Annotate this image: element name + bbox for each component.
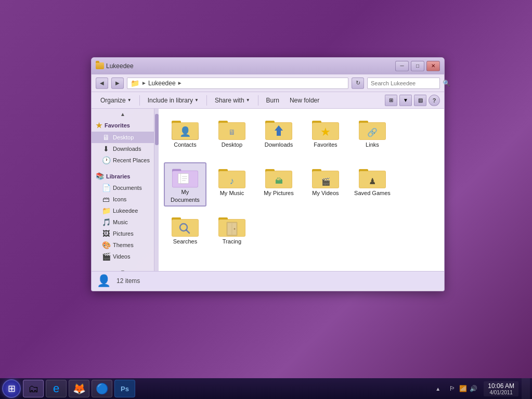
maximize-button[interactable]: □ (411, 61, 424, 71)
tracing-label: Tracing (223, 238, 241, 245)
file-grid: 👤 Contacts 🖥 Desktop (164, 114, 439, 255)
search-icon: 🔍 (443, 80, 450, 87)
sidebar-scrollbar-thumb (155, 114, 159, 145)
search-input[interactable] (371, 80, 443, 86)
minimize-button[interactable]: ─ (395, 61, 409, 71)
include-library-dropdown-arrow: ▼ (194, 98, 199, 102)
svg-rect-47 (172, 220, 198, 236)
file-item-contacts[interactable]: 👤 Contacts (164, 114, 206, 158)
sidebar-item-music[interactable]: 🎵 Music (92, 216, 154, 228)
recent-places-icon: 🕐 (102, 156, 110, 164)
system-tray: 🏳 📶 🔊 (445, 384, 481, 393)
svg-text:♪: ♪ (229, 176, 234, 186)
taskbar-app-firefox[interactable]: 🦊 (69, 380, 89, 397)
saved-games-folder-icon: ♟ (359, 166, 386, 189)
new-folder-button[interactable]: New folder (285, 94, 324, 107)
preview-pane-button[interactable]: ▧ (414, 95, 426, 106)
sidebar-favorites-section: ★ Favorites 🖥 Desktop ⬇ Downloads 🕐 Rece… (92, 119, 154, 166)
file-item-my-documents[interactable]: My Documents (164, 162, 206, 207)
toolbar-separator-3 (258, 95, 258, 106)
burn-button[interactable]: Burn (262, 94, 284, 107)
tray-network-icon[interactable]: 📶 (459, 384, 467, 393)
path-location: Lukeedee (148, 80, 176, 87)
path-end-arrow: ► (177, 80, 183, 86)
status-bar: 👤 12 items (92, 271, 444, 290)
desktop-icon: 🖥 (102, 133, 110, 141)
chrome-icon: 🔵 (96, 382, 109, 395)
tracing-folder-icon (218, 215, 245, 238)
address-bar: ◀ ▶ 📁 ► Lukeedee ► ↻ 🔍 (92, 74, 444, 92)
contacts-label: Contacts (174, 141, 196, 148)
organize-button[interactable]: Organize ▼ (96, 94, 136, 107)
search-box[interactable]: 🔍 (367, 78, 440, 89)
file-item-searches[interactable]: Searches (164, 211, 206, 255)
sidebar-item-pictures[interactable]: 🖼 Pictures (92, 228, 154, 239)
my-documents-label: My Documents (167, 188, 203, 203)
file-item-tracing[interactable]: Tracing (211, 211, 253, 255)
help-button[interactable]: ? (429, 95, 440, 106)
taskbar: ⊞ 🗂 e 🦊 🔵 Ps ▲ 🏳 📶 🔊 10:06 AM 4/01/2011 (0, 378, 532, 399)
tray-flag-icon[interactable]: 🏳 (448, 384, 457, 393)
path-root-arrow: ► (141, 80, 147, 86)
taskbar-app-photoshop[interactable]: Ps (114, 380, 135, 397)
address-path[interactable]: 📁 ► Lukeedee ► (127, 78, 348, 89)
view-options-button[interactable]: ⊞ (385, 95, 397, 106)
clock[interactable]: 10:06 AM 4/01/2011 (484, 381, 518, 396)
file-item-links[interactable]: 🔗 Links (351, 114, 394, 158)
sidebar-item-themes[interactable]: 🎨 Themes (92, 239, 154, 251)
forward-button[interactable]: ▶ (111, 78, 124, 89)
clock-time: 10:06 AM (488, 382, 514, 390)
tray-volume-icon[interactable]: 🔊 (469, 384, 477, 393)
my-videos-label: My Videos (312, 189, 339, 197)
share-with-button[interactable]: Share with ▼ (210, 94, 255, 107)
sidebar-item-documents[interactable]: 📄 Documents (92, 182, 154, 194)
svg-text:🎬: 🎬 (321, 177, 330, 186)
title-bar-controls: ─ □ ✕ (395, 61, 440, 71)
file-item-my-pictures[interactable]: 🏔 My Pictures (257, 162, 300, 207)
file-item-desktop[interactable]: 🖥 Desktop (211, 114, 253, 158)
show-desktop-button[interactable] (522, 378, 530, 399)
svg-text:👤: 👤 (179, 126, 191, 137)
icons-icon: 🗃 (102, 195, 110, 203)
downloads-folder-icon (265, 118, 292, 141)
include-library-button[interactable]: Include in library ▼ (143, 94, 203, 107)
taskbar-app-file-explorer[interactable]: 🗂 (23, 380, 44, 397)
sidebar-item-recent-places[interactable]: 🕐 Recent Places (92, 155, 154, 166)
sidebar-scroll-down[interactable]: ▼ (92, 266, 154, 271)
sidebar-container: ▲ ★ Favorites 🖥 Desktop ⬇ Downloads (92, 109, 159, 271)
links-file-label: Links (366, 141, 379, 148)
searches-folder-icon (172, 215, 199, 238)
toolbar-right: ⊞ ▼ ▧ ? (385, 95, 440, 106)
sidebar-item-downloads[interactable]: ⬇ Downloads (92, 143, 154, 155)
sidebar-item-desktop[interactable]: 🖥 Desktop (92, 132, 154, 143)
favorites-folder-icon: ★ (312, 118, 339, 141)
file-item-my-videos[interactable]: 🎬 My Videos (304, 162, 347, 207)
file-item-favorites[interactable]: ★ Favorites (304, 114, 347, 158)
file-item-downloads[interactable]: Downloads (257, 114, 300, 158)
show-hidden-icons-button[interactable]: ▲ (434, 384, 442, 393)
sidebar-scroll-up[interactable]: ▲ (92, 109, 154, 119)
sidebar-favorites-header: ★ Favorites (92, 119, 154, 132)
videos-icon: 🎬 (102, 252, 110, 261)
photoshop-icon: Ps (121, 385, 129, 393)
taskbar-app-chrome[interactable]: 🔵 (92, 380, 112, 397)
sidebar-item-videos[interactable]: 🎬 Videos (92, 251, 154, 262)
view-dropdown-button[interactable]: ▼ (399, 95, 412, 106)
file-item-saved-games[interactable]: ♟ Saved Games (351, 162, 394, 207)
sidebar-scrollbar[interactable] (154, 109, 159, 271)
sidebar: ▲ ★ Favorites 🖥 Desktop ⬇ Downloads (92, 109, 154, 271)
file-explorer-icon: 🗂 (28, 383, 38, 395)
sidebar-libraries-section: 📚 Libraries 📄 Documents 🗃 Icons 📁 Lukeed… (92, 170, 154, 262)
svg-text:🏔: 🏔 (275, 176, 282, 185)
file-item-my-music[interactable]: ♪ My Music (211, 162, 253, 207)
close-button[interactable]: ✕ (426, 61, 440, 71)
libraries-icon: 📚 (96, 172, 104, 180)
back-button[interactable]: ◀ (96, 78, 108, 89)
refresh-button[interactable]: ↻ (352, 78, 364, 89)
sidebar-item-icons[interactable]: 🗃 Icons (92, 194, 154, 205)
taskbar-app-ie[interactable]: e (46, 380, 67, 397)
svg-text:🖥: 🖥 (228, 128, 236, 136)
contacts-folder-icon: 👤 (172, 118, 199, 141)
start-button[interactable]: ⊞ (2, 379, 21, 398)
sidebar-item-lukeedee[interactable]: 📁 Lukeedee (92, 205, 154, 216)
